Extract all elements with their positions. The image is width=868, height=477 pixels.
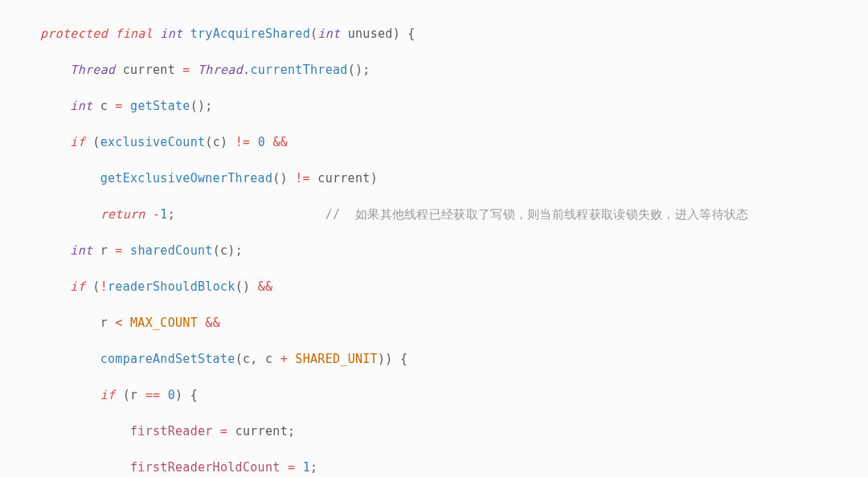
code-line: if (exclusiveCount(c) != 0 &&: [40, 133, 868, 152]
code-line: compareAndSetState(c, c + SHARED_UNIT)) …: [40, 350, 868, 369]
code-line: if (!readerShouldBlock() &&: [40, 278, 868, 296]
code-line: firstReaderHoldCount = 1;: [40, 459, 868, 477]
code-line: getExclusiveOwnerThread() != current): [40, 169, 868, 188]
code-line: r < MAX_COUNT &&: [40, 314, 868, 332]
code-line: int r = sharedCount(c);: [40, 242, 868, 260]
code-line: return -1; // 如果其他线程已经获取了写锁，则当前线程获取读锁失败，…: [40, 206, 868, 224]
code-line: if (r == 0) {: [40, 386, 868, 405]
code-line: int c = getState();: [40, 97, 868, 116]
code-block: protected final int tryAcquireShared(int…: [0, 0, 868, 477]
code-line: Thread current = Thread.currentThread();: [40, 61, 868, 80]
code-line: firstReader = current;: [40, 422, 868, 441]
code-line: protected final int tryAcquireShared(int…: [40, 25, 868, 43]
